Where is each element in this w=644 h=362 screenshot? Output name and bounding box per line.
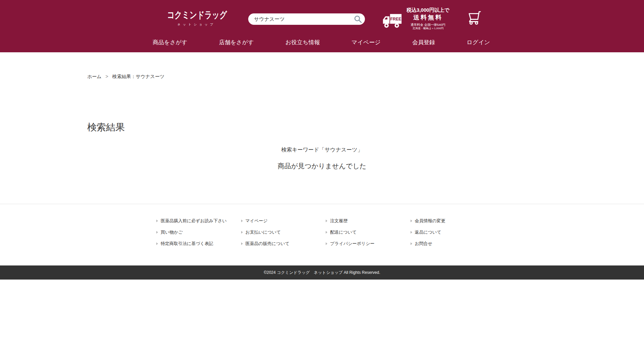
footer-column-1: 医薬品購入前に必ずお読み下さい 買い物かご 特定商取引法に基づく表記 bbox=[156, 218, 241, 252]
site-logo[interactable]: コクミンドラッグ ネットショップ bbox=[167, 9, 244, 27]
footer-link-contact[interactable]: お問合せ bbox=[411, 241, 495, 246]
main-nav: 商品をさがす 店舗をさがす お役立ち情報 マイページ 会員登録 ログイン bbox=[153, 39, 490, 46]
nav-item-register[interactable]: 会員登録 bbox=[412, 39, 435, 46]
footer-column-2: マイページ お支払いについて 医薬品の販売について bbox=[241, 218, 326, 252]
footer-link-label: 医薬品の販売について bbox=[246, 241, 290, 246]
shipping-free-label: 送料無料 bbox=[405, 14, 451, 21]
nav-item-mypage[interactable]: マイページ bbox=[352, 39, 381, 46]
footer-link-returns[interactable]: 返品について bbox=[411, 230, 495, 235]
free-shipping-text: 税込3,000円以上で 送料無料 通常料金 全国一律540円 北海道・離島は＋1… bbox=[405, 7, 451, 30]
svg-text:FREE: FREE bbox=[390, 17, 401, 21]
free-shipping-banner: FREE 税込3,000円以上で 送料無料 通常料金 全国一律540円 北海道・… bbox=[382, 7, 451, 30]
site-logo-text: コクミンドラッグ bbox=[167, 9, 227, 21]
footer-link-label: お支払いについて bbox=[246, 230, 281, 235]
footer-link-commercial-law[interactable]: 特定商取引法に基づく表記 bbox=[156, 241, 241, 246]
footer-link-label: プライバシーポリシー bbox=[330, 241, 374, 246]
footer-link-label: マイページ bbox=[246, 218, 268, 223]
arrow-right-icon bbox=[156, 231, 158, 234]
footer-link-label: 特定商取引法に基づく表記 bbox=[161, 241, 213, 246]
site-header: コクミンドラッグ ネットショップ FREE bbox=[0, 0, 644, 52]
footer-link-cart[interactable]: 買い物かご bbox=[156, 230, 241, 235]
footer-link-privacy-policy[interactable]: プライバシーポリシー bbox=[326, 241, 411, 246]
shipping-condition: 税込3,000円以上で bbox=[405, 7, 451, 13]
arrow-right-icon bbox=[326, 220, 327, 222]
copyright-text: ©2024 コクミンドラッグ ネットショップ All Rights Reserv… bbox=[264, 270, 380, 276]
footer-link-mypage[interactable]: マイページ bbox=[241, 218, 326, 223]
main-content: ホーム > 検索結果：サウナスーツ 検索結果 検索キーワード「サウナスーツ」 商… bbox=[0, 52, 644, 204]
breadcrumb-home-link[interactable]: ホーム bbox=[87, 74, 102, 79]
search-button[interactable] bbox=[354, 15, 362, 23]
footer-link-label: 注文履歴 bbox=[330, 218, 347, 223]
footer-link-label: 会員情報の変更 bbox=[415, 218, 445, 223]
search-box bbox=[248, 13, 365, 25]
search-keyword-text: 検索キーワード「サウナスーツ」 bbox=[87, 146, 557, 153]
nav-item-stores[interactable]: 店舗をさがす bbox=[219, 39, 254, 46]
arrow-right-icon bbox=[241, 242, 243, 245]
footer-link-label: 返品について bbox=[415, 230, 441, 235]
footer-link-label: 医薬品購入前に必ずお読み下さい bbox=[161, 218, 227, 223]
footer-link-label: 配送について bbox=[330, 230, 357, 235]
cart-button[interactable] bbox=[467, 11, 482, 26]
copyright-bar: ©2024 コクミンドラッグ ネットショップ All Rights Reserv… bbox=[0, 265, 644, 280]
arrow-right-icon bbox=[411, 242, 412, 245]
delivery-truck-icon: FREE bbox=[382, 13, 402, 30]
arrow-right-icon bbox=[411, 231, 412, 234]
site-logo-subtext: ネットショップ bbox=[167, 22, 223, 27]
arrow-right-icon bbox=[156, 242, 158, 245]
no-results-message: 商品が見つかりませんでした bbox=[87, 162, 557, 170]
footer-link-medicine-sales[interactable]: 医薬品の販売について bbox=[241, 241, 326, 246]
footer-column-3: 注文履歴 配送について プライバシーポリシー bbox=[326, 218, 411, 252]
footer-link-medicine-notice[interactable]: 医薬品購入前に必ずお読み下さい bbox=[156, 218, 241, 223]
footer-link-label: お問合せ bbox=[415, 241, 433, 246]
arrow-right-icon bbox=[326, 242, 327, 245]
nav-item-login[interactable]: ログイン bbox=[467, 39, 490, 46]
shopping-cart-icon bbox=[467, 20, 482, 26]
breadcrumb-current: 検索結果：サウナスーツ bbox=[112, 74, 165, 79]
footer-link-label: 買い物かご bbox=[161, 230, 183, 235]
footer-link-payment[interactable]: お支払いについて bbox=[241, 230, 326, 235]
nav-item-info[interactable]: お役立ち情報 bbox=[285, 39, 320, 46]
footer-link-member-info[interactable]: 会員情報の変更 bbox=[411, 218, 495, 223]
arrow-right-icon bbox=[241, 220, 243, 222]
search-icon bbox=[354, 19, 362, 24]
shipping-normal-fee: 通常料金 全国一律540円 bbox=[405, 23, 451, 27]
search-input[interactable] bbox=[248, 13, 365, 25]
page-title: 検索結果 bbox=[87, 122, 557, 133]
shipping-remote-fee: 北海道・離島は＋1,000円 bbox=[405, 27, 451, 30]
footer-link-delivery[interactable]: 配送について bbox=[326, 230, 411, 235]
breadcrumb-separator: > bbox=[106, 74, 108, 79]
arrow-right-icon bbox=[411, 220, 412, 222]
breadcrumb: ホーム > 検索結果：サウナスーツ bbox=[87, 74, 557, 79]
arrow-right-icon bbox=[326, 231, 327, 234]
footer-link-order-history[interactable]: 注文履歴 bbox=[326, 218, 411, 223]
arrow-right-icon bbox=[241, 231, 243, 234]
footer-links-section: 医薬品購入前に必ずお読み下さい 買い物かご 特定商取引法に基づく表記 マイページ… bbox=[0, 204, 644, 265]
nav-item-products[interactable]: 商品をさがす bbox=[153, 39, 187, 46]
arrow-right-icon bbox=[156, 220, 158, 222]
footer-column-4: 会員情報の変更 返品について お問合せ bbox=[411, 218, 495, 252]
